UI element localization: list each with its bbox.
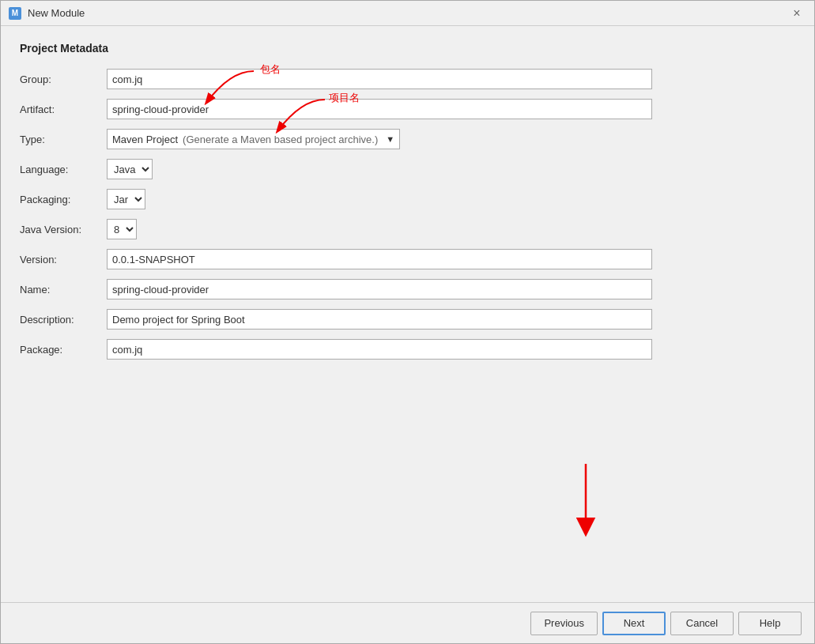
version-input[interactable] xyxy=(107,249,652,269)
package-input[interactable] xyxy=(107,339,652,360)
module-icon: M xyxy=(9,7,21,20)
footer: Previous Next Cancel Help xyxy=(1,602,814,643)
artifact-input[interactable] xyxy=(107,99,652,119)
version-label: Version: xyxy=(20,254,107,266)
previous-button[interactable]: Previous xyxy=(530,612,598,635)
next-arrow xyxy=(554,460,617,539)
type-row: Type: Maven Project (Generate a Maven ba… xyxy=(20,129,795,149)
section-title: Project Metadata xyxy=(20,42,795,55)
type-value: Maven Project xyxy=(112,134,178,145)
help-button[interactable]: Help xyxy=(738,612,802,635)
name-label: Name: xyxy=(20,284,107,296)
type-description: (Generate a Maven based project archive.… xyxy=(183,134,378,145)
group-row: Group: xyxy=(20,69,795,89)
name-row: Name: xyxy=(20,279,795,299)
name-input[interactable] xyxy=(107,279,652,299)
packaging-row: Packaging: Jar xyxy=(20,189,795,209)
group-input[interactable] xyxy=(107,69,652,89)
description-row: Description: xyxy=(20,309,795,330)
type-dropdown-icon[interactable]: ▼ xyxy=(386,134,394,144)
title-bar: M New Module × xyxy=(1,1,814,26)
artifact-row: Artifact: xyxy=(20,99,795,119)
packaging-label: Packaging: xyxy=(20,194,107,205)
cancel-button[interactable]: Cancel xyxy=(670,612,734,635)
description-label: Description: xyxy=(20,314,107,326)
new-module-dialog: M New Module × Project Metadata 包名 项目名 xyxy=(0,0,815,644)
type-select-wrapper[interactable]: Maven Project (Generate a Maven based pr… xyxy=(107,129,400,149)
language-label: Language: xyxy=(20,164,107,175)
type-label: Type: xyxy=(20,134,107,145)
artifact-label: Artifact: xyxy=(20,104,107,115)
java-version-label: Java Version: xyxy=(20,224,107,235)
package-label: Package: xyxy=(20,344,107,356)
close-button[interactable]: × xyxy=(787,4,806,23)
package-row: Package: xyxy=(20,339,795,360)
packaging-select[interactable]: Jar xyxy=(107,189,145,209)
java-version-row: Java Version: 8 xyxy=(20,219,795,239)
window-title: New Module xyxy=(28,7,85,19)
group-label: Group: xyxy=(20,73,107,85)
description-input[interactable] xyxy=(107,309,652,330)
language-select[interactable]: Java xyxy=(107,159,153,179)
dialog-content: Project Metadata 包名 项目名 Group: xyxy=(1,26,814,602)
version-row: Version: xyxy=(20,249,795,269)
title-bar-left: M New Module xyxy=(9,7,85,20)
next-button[interactable]: Next xyxy=(602,612,666,635)
java-version-select[interactable]: 8 xyxy=(107,219,137,239)
language-row: Language: Java xyxy=(20,159,795,179)
